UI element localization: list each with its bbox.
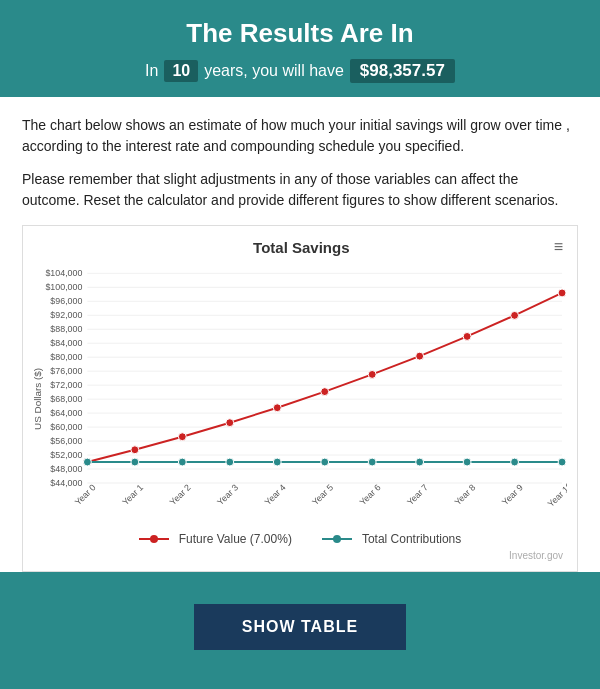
svg-point-50: [416, 458, 424, 466]
svg-text:$72,000: $72,000: [50, 380, 82, 390]
svg-point-46: [226, 458, 234, 466]
description-para1: The chart below shows an estimate of how…: [22, 115, 578, 157]
svg-point-42: [558, 289, 566, 297]
investor-credit: Investor.gov: [33, 550, 567, 565]
svg-point-37: [321, 388, 329, 396]
svg-text:$60,000: $60,000: [50, 422, 82, 432]
legend-future-value-label: Future Value (7.00%): [179, 532, 292, 546]
chart-svg: US Dollars ($): [33, 264, 567, 524]
svg-point-36: [273, 404, 281, 412]
amount-highlight: $98,357.57: [350, 59, 455, 83]
svg-point-41: [511, 311, 519, 319]
svg-text:$96,000: $96,000: [50, 296, 82, 306]
svg-text:Year 8: Year 8: [453, 482, 478, 507]
main-content: The chart below shows an estimate of how…: [0, 97, 600, 572]
header: The Results Are In In 10 years, you will…: [0, 0, 600, 97]
chart-container: Total Savings ≡ US Dollars ($): [22, 225, 578, 572]
svg-text:Year 5: Year 5: [310, 482, 335, 507]
years-highlight: 10: [164, 60, 198, 82]
svg-point-52: [511, 458, 519, 466]
svg-point-44: [131, 458, 139, 466]
description-para2: Please remember that slight adjustments …: [22, 169, 578, 211]
subtitle-row: In 10 years, you will have $98,357.57: [20, 59, 580, 83]
chart-menu-icon[interactable]: ≡: [550, 236, 567, 258]
svg-point-47: [273, 458, 281, 466]
svg-point-53: [558, 458, 566, 466]
svg-text:Year 6: Year 6: [358, 482, 383, 507]
legend-contributions: Total Contributions: [322, 532, 461, 546]
svg-point-34: [178, 433, 186, 441]
svg-text:$44,000: $44,000: [50, 478, 82, 488]
description: The chart below shows an estimate of how…: [22, 115, 578, 211]
svg-text:$64,000: $64,000: [50, 408, 82, 418]
svg-text:$68,000: $68,000: [50, 394, 82, 404]
legend-future-value: Future Value (7.00%): [139, 532, 292, 546]
svg-point-35: [226, 419, 234, 427]
svg-text:Year 7: Year 7: [405, 482, 430, 507]
svg-point-49: [368, 458, 376, 466]
svg-text:$80,000: $80,000: [50, 352, 82, 362]
svg-point-43: [83, 458, 91, 466]
subtitle-mid: years, you will have: [204, 62, 344, 80]
legend-contributions-label: Total Contributions: [362, 532, 461, 546]
svg-text:Year 4: Year 4: [263, 482, 288, 507]
svg-text:$88,000: $88,000: [50, 324, 82, 334]
svg-point-51: [463, 458, 471, 466]
svg-text:Year 3: Year 3: [215, 482, 240, 507]
svg-text:Year 1: Year 1: [120, 482, 145, 507]
chart-legend: Future Value (7.00%) Total Contributions: [33, 532, 567, 546]
svg-text:$84,000: $84,000: [50, 338, 82, 348]
svg-point-48: [321, 458, 329, 466]
svg-point-68: [333, 535, 341, 543]
chart-title: Total Savings: [53, 239, 550, 256]
chart-area: US Dollars ($): [33, 264, 567, 524]
footer: SHOW TABLE: [0, 586, 600, 674]
page-title: The Results Are In: [20, 18, 580, 49]
svg-text:Year 10: Year 10: [546, 480, 567, 509]
svg-text:$104,000: $104,000: [45, 268, 82, 278]
svg-text:$56,000: $56,000: [50, 436, 82, 446]
svg-text:$100,000: $100,000: [45, 282, 82, 292]
svg-text:$48,000: $48,000: [50, 464, 82, 474]
svg-point-45: [178, 458, 186, 466]
show-table-button[interactable]: SHOW TABLE: [194, 604, 406, 650]
svg-text:Year 9: Year 9: [500, 482, 525, 507]
svg-text:Year 2: Year 2: [168, 482, 193, 507]
svg-text:$76,000: $76,000: [50, 366, 82, 376]
svg-text:$92,000: $92,000: [50, 310, 82, 320]
chart-header: Total Savings ≡: [33, 236, 567, 258]
svg-text:$52,000: $52,000: [50, 450, 82, 460]
svg-point-39: [416, 352, 424, 360]
svg-point-33: [131, 446, 139, 454]
svg-point-40: [463, 332, 471, 340]
svg-point-66: [150, 535, 158, 543]
subtitle-pre: In: [145, 62, 158, 80]
y-axis-label: US Dollars ($): [33, 368, 43, 430]
svg-point-38: [368, 370, 376, 378]
